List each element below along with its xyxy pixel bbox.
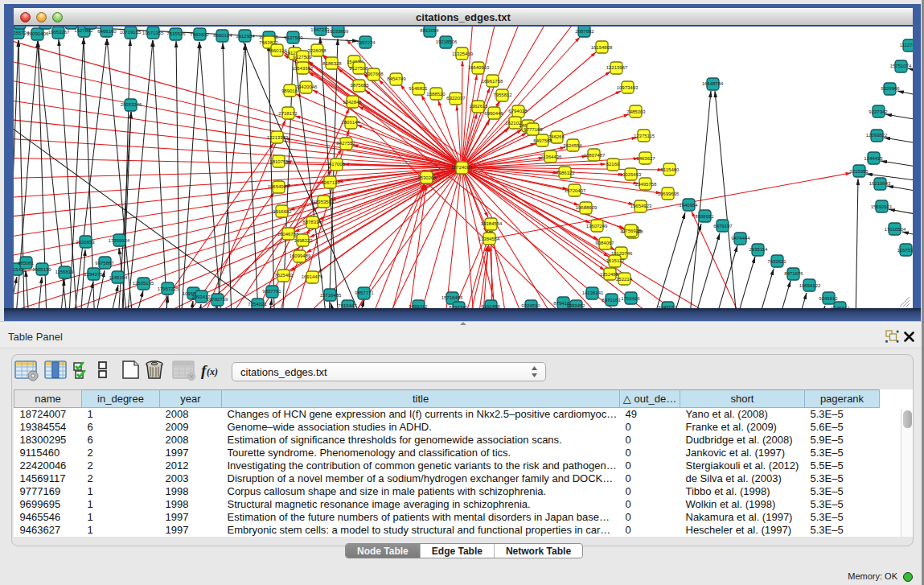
svg-text:9084067: 9084067 — [595, 241, 614, 245]
svg-text:8938921: 8938921 — [695, 214, 714, 219]
svg-text:1145194: 1145194 — [109, 275, 129, 280]
svg-text:3267130: 3267130 — [321, 180, 340, 185]
svg-text:10719155: 10719155 — [120, 30, 142, 35]
svg-text:6497568: 6497568 — [533, 138, 552, 143]
svg-text:16914479: 16914479 — [302, 274, 323, 279]
svg-text:16648784: 16648784 — [702, 81, 724, 86]
svg-text:1112745: 1112745 — [900, 43, 913, 47]
svg-text:16961758: 16961758 — [482, 79, 503, 84]
svg-text:985081: 985081 — [18, 261, 35, 266]
svg-text:11325419: 11325419 — [452, 51, 474, 56]
svg-text:1640954: 1640954 — [679, 203, 698, 208]
svg-text:2020653: 2020653 — [76, 240, 95, 245]
svg-text:23420046: 23420046 — [296, 84, 318, 89]
svg-text:16640910: 16640910 — [468, 65, 490, 70]
svg-text:9146821: 9146821 — [409, 86, 428, 91]
svg-text:8660124: 8660124 — [213, 33, 232, 38]
svg-text:16033809: 16033809 — [327, 29, 349, 34]
svg-text:16046788: 16046788 — [277, 232, 299, 237]
svg-text:8454749: 8454749 — [387, 76, 406, 81]
svg-text:13384554: 13384554 — [478, 237, 500, 241]
svg-text:7955812: 7955812 — [493, 93, 512, 97]
svg-text:9463627: 9463627 — [636, 156, 655, 161]
svg-text:9245012: 9245012 — [658, 305, 677, 308]
svg-text:17010504: 17010504 — [885, 227, 906, 232]
svg-text:12213967: 12213967 — [606, 65, 628, 70]
svg-text:12505135: 12505135 — [133, 281, 154, 286]
svg-text:9115460: 9115460 — [661, 167, 680, 172]
svg-text:1244415: 1244415 — [864, 156, 883, 161]
svg-text:1810755: 1810755 — [269, 159, 289, 164]
svg-text:10671355: 10671355 — [142, 31, 164, 35]
svg-text:1167534: 1167534 — [897, 248, 913, 253]
svg-text:23495758: 23495758 — [635, 182, 657, 187]
svg-text:19384554: 19384554 — [481, 221, 503, 226]
svg-text:2093417: 2093417 — [191, 295, 211, 299]
svg-text:10973493: 10973493 — [617, 85, 639, 90]
svg-text:9127508: 9127508 — [349, 66, 368, 71]
svg-text:9127509: 9127509 — [284, 35, 303, 40]
svg-text:8293741: 8293741 — [449, 305, 468, 308]
svg-text:9857791: 9857791 — [262, 289, 281, 294]
svg-text:18724007: 18724007 — [451, 165, 473, 170]
svg-text:19218506: 19218506 — [436, 39, 458, 44]
svg-text:252214: 252214 — [616, 277, 633, 282]
svg-text:9455012: 9455012 — [409, 304, 428, 308]
svg-text:1362615: 1362615 — [469, 104, 488, 109]
svg-text:9227342: 9227342 — [869, 109, 888, 114]
svg-text:10543362: 10543362 — [292, 66, 314, 71]
svg-text:62160: 62160 — [606, 162, 620, 167]
svg-text:12375115: 12375115 — [634, 134, 655, 138]
svg-text:9474444: 9474444 — [731, 236, 750, 241]
svg-text:17957225: 17957225 — [158, 286, 179, 291]
svg-text:2367608: 2367608 — [364, 72, 384, 76]
svg-text:7986322: 7986322 — [556, 171, 575, 175]
svg-text:3875685: 3875685 — [350, 83, 369, 88]
svg-text:3624554: 3624554 — [563, 143, 582, 148]
svg-text:1588520: 1588520 — [426, 92, 446, 97]
svg-text:1093452: 1093452 — [566, 303, 585, 308]
svg-text:6794028: 6794028 — [508, 109, 528, 113]
svg-text:31007: 31007 — [14, 258, 14, 263]
svg-text:7254021: 7254021 — [248, 302, 267, 307]
svg-text:7625402: 7625402 — [274, 273, 294, 278]
svg-text:9245612: 9245612 — [831, 306, 850, 308]
svg-text:7632621: 7632621 — [767, 259, 786, 264]
svg-text:6322037: 6322037 — [446, 96, 466, 101]
svg-text:7357274: 7357274 — [356, 40, 376, 45]
svg-text:9975887: 9975887 — [95, 261, 114, 266]
svg-text:1294275: 1294275 — [84, 272, 103, 277]
svg-text:7610447: 7610447 — [338, 303, 357, 308]
svg-text:15692921: 15692921 — [871, 204, 893, 209]
svg-text:8427552: 8427552 — [336, 141, 355, 146]
svg-text:10654983: 10654983 — [268, 184, 290, 189]
svg-text:6479197: 6479197 — [713, 224, 733, 229]
svg-text:19654923: 19654923 — [630, 204, 652, 208]
svg-text:417006: 417006 — [329, 162, 346, 167]
svg-text:16154808: 16154808 — [591, 45, 613, 50]
svg-text:10688609: 10688609 — [576, 205, 598, 210]
svg-text:989018: 989018 — [281, 89, 298, 93]
svg-text:3912954: 3912954 — [236, 34, 255, 39]
svg-text:10756928: 10756928 — [620, 229, 642, 233]
svg-text:1156819: 1156819 — [55, 270, 75, 274]
svg-text:9245612: 9245612 — [819, 296, 838, 301]
svg-text:15716485: 15716485 — [320, 293, 342, 298]
svg-text:2935114: 2935114 — [749, 247, 769, 252]
svg-text:1753426: 1753426 — [621, 296, 640, 301]
svg-text:21364436: 21364436 — [540, 154, 562, 159]
svg-text:8471676: 8471676 — [784, 271, 803, 276]
svg-text:7485003: 7485003 — [626, 109, 646, 114]
svg-text:16099489: 16099489 — [290, 253, 311, 258]
svg-text:13607249: 13607249 — [586, 224, 608, 229]
svg-text:15720407: 15720407 — [565, 188, 586, 193]
svg-text:10699695: 10699695 — [658, 192, 680, 196]
svg-text:3215955: 3215955 — [849, 169, 869, 174]
svg-text:20053346: 20053346 — [121, 102, 142, 107]
svg-text:2530205: 2530205 — [417, 175, 437, 180]
svg-text:10807487: 10807487 — [584, 153, 606, 158]
svg-text:14136141: 14136141 — [582, 290, 604, 295]
svg-text:6990448: 6990448 — [484, 111, 503, 116]
svg-text:2803144: 2803144 — [341, 120, 360, 125]
svg-text:7663822: 7663822 — [190, 32, 209, 37]
